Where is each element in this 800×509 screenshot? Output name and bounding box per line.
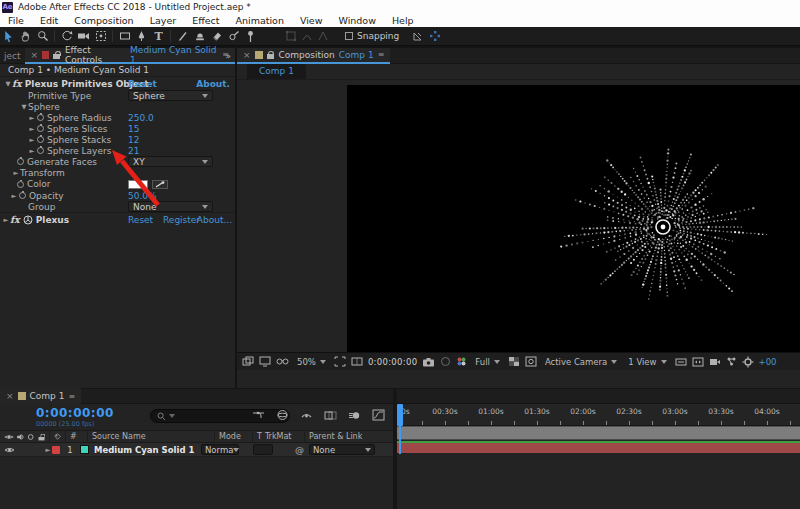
layer-visibility-eye-icon[interactable]	[4, 446, 15, 454]
stopwatch-icon[interactable]	[17, 158, 24, 165]
mode-column[interactable]: Mode	[215, 430, 253, 443]
stopwatch-icon[interactable]	[37, 125, 44, 132]
parent-pickwhip-icon[interactable]: @	[295, 445, 304, 455]
expand-triangle-icon[interactable]: ►	[28, 114, 36, 122]
collapse-triangle-icon[interactable]: ▼	[4, 80, 12, 88]
rotation-tool-icon[interactable]	[58, 28, 75, 45]
hand-tool-icon[interactable]	[17, 28, 34, 45]
fx-badge-icon[interactable]: fx	[10, 214, 20, 225]
search-options-chevron-icon[interactable]	[169, 414, 175, 418]
menu-animation[interactable]: Animation	[228, 15, 292, 26]
stopwatch-icon[interactable]	[37, 136, 44, 143]
region-of-interest-icon[interactable]	[334, 356, 346, 367]
layer-name[interactable]: Medium Cyan Solid 1	[89, 445, 201, 455]
trkmat-dropdown[interactable]	[253, 444, 273, 455]
panel-menu-icon[interactable]: ≡	[378, 50, 385, 59]
snapping-checkbox[interactable]	[345, 32, 353, 40]
panel-menu-icon[interactable]: ≡	[68, 392, 75, 401]
layer-duration-bar[interactable]	[397, 443, 800, 453]
show-channels-icon[interactable]	[456, 356, 467, 367]
camera-tool-icon[interactable]	[75, 28, 92, 45]
primitive-type-dropdown[interactable]: Sphere	[128, 90, 213, 101]
stereo-3d-glasses-icon[interactable]	[276, 357, 289, 366]
parent-link-column[interactable]: Parent & Link	[305, 430, 393, 443]
puppet-pin-tool-icon[interactable]	[242, 28, 259, 45]
stopwatch-icon[interactable]	[19, 192, 26, 199]
pixel-aspect-icon[interactable]	[692, 357, 704, 367]
pen-tool-icon[interactable]	[133, 28, 150, 45]
layer-row[interactable]: ► 1 Medium Cyan Solid 1 Norma @ None	[0, 443, 393, 457]
exposure-value[interactable]: +00	[759, 357, 777, 367]
lock-icon[interactable]	[267, 51, 275, 59]
title-action-safe-icon[interactable]	[351, 356, 363, 367]
shared-view-icon[interactable]	[675, 357, 687, 367]
timeline-track-area[interactable]: 0s 00:30s 01:00s 01:30s 02:00s 02:30s 03…	[397, 404, 800, 509]
effect-plexus-primitives-row[interactable]: ▼ fx Plexus Primitives Object Reset Abou…	[0, 77, 235, 90]
effect-plexus-row[interactable]: ► fx Plexus Reset Register About...	[0, 212, 235, 226]
graph-editor-icon[interactable]	[372, 409, 385, 421]
menu-window[interactable]: Window	[330, 15, 383, 26]
transparency-grid-icon[interactable]	[508, 356, 520, 367]
stopwatch-icon[interactable]	[37, 114, 44, 121]
close-icon[interactable]: ×	[243, 50, 251, 60]
tab-overflow-icon[interactable]: »	[225, 51, 231, 61]
time-ruler[interactable]: 0s 00:30s 01:00s 01:30s 02:00s 02:30s 03…	[397, 404, 800, 426]
mask-visibility-icon[interactable]	[525, 356, 537, 367]
timeline-comp-tab[interactable]: × Comp 1 ≡	[0, 388, 81, 404]
clone-stamp-tool-icon[interactable]	[191, 28, 208, 45]
exposure-gear-icon[interactable]	[742, 356, 754, 368]
transform-row[interactable]: ► Transform	[0, 167, 235, 178]
about-link[interactable]: About.	[196, 79, 230, 89]
generate-faces-dropdown[interactable]: XY	[128, 156, 213, 167]
primary-viewer-icon[interactable]	[259, 356, 271, 367]
magnification-dropdown[interactable]: 50%	[294, 355, 329, 368]
opacity-value[interactable]: 50.0%	[128, 191, 157, 201]
menu-edit[interactable]: Edit	[32, 15, 66, 26]
preview-time[interactable]: 0:00:00:00	[368, 357, 417, 367]
menu-file[interactable]: File	[0, 15, 32, 26]
collapse-triangle-icon[interactable]: ▼	[20, 103, 28, 111]
sphere-layers-value[interactable]: 21	[128, 146, 139, 156]
menu-effect[interactable]: Effect	[184, 15, 227, 26]
always-preview-icon[interactable]	[242, 356, 254, 367]
reset-link[interactable]: Reset	[128, 79, 157, 89]
composition-canvas[interactable]	[347, 85, 800, 370]
about-link[interactable]: About...	[197, 215, 232, 225]
eyedropper-icon[interactable]	[152, 180, 168, 189]
stopwatch-icon[interactable]	[37, 147, 44, 154]
shy-layers-icon[interactable]	[300, 410, 313, 421]
sphere-stacks-value[interactable]: 12	[128, 135, 139, 145]
menu-layer[interactable]: Layer	[142, 15, 185, 26]
eraser-tool-icon[interactable]	[208, 28, 225, 45]
menu-view[interactable]: View	[292, 15, 331, 26]
composition-tab[interactable]: × Composition Comp 1 ≡	[237, 48, 390, 64]
mini-flowchart-icon[interactable]	[252, 410, 265, 421]
playhead[interactable]	[397, 404, 404, 454]
lock-icon[interactable]	[53, 51, 60, 59]
source-name-column[interactable]: Source Name	[88, 430, 215, 443]
reset-link[interactable]: Reset	[128, 215, 153, 225]
expand-triangle-icon[interactable]: ►	[28, 147, 36, 155]
expand-triangle-icon[interactable]: ►	[10, 192, 18, 200]
current-timecode[interactable]: 0:00:00:00	[36, 406, 114, 420]
motion-blur-icon[interactable]	[348, 410, 361, 421]
active-camera-dropdown[interactable]: Active Camera	[542, 355, 620, 368]
comp-1-tab[interactable]: Comp 1	[247, 64, 306, 79]
expand-triangle-icon[interactable]: ►	[28, 125, 36, 133]
sphere-group-row[interactable]: ▼ Sphere	[0, 101, 235, 112]
resolution-dropdown[interactable]: Full	[472, 355, 503, 368]
playhead-handle[interactable]	[397, 404, 403, 426]
expand-triangle-icon[interactable]: ►	[2, 216, 10, 224]
stopwatch-icon[interactable]	[17, 181, 24, 188]
draft-3d-icon[interactable]	[276, 409, 289, 421]
brush-tool-icon[interactable]	[174, 28, 191, 45]
project-tab-truncated[interactable]: ject	[0, 51, 25, 61]
snapshot-camera-icon[interactable]	[422, 357, 435, 367]
show-snapshot-icon[interactable]	[440, 356, 451, 367]
rectangle-tool-icon[interactable]	[116, 28, 133, 45]
fx-badge-icon[interactable]: fx	[12, 78, 22, 89]
register-link[interactable]: Register	[163, 215, 200, 225]
sphere-slices-value[interactable]: 15	[128, 124, 139, 134]
fast-previews-icon[interactable]	[709, 357, 721, 367]
menu-help[interactable]: Help	[384, 15, 422, 26]
